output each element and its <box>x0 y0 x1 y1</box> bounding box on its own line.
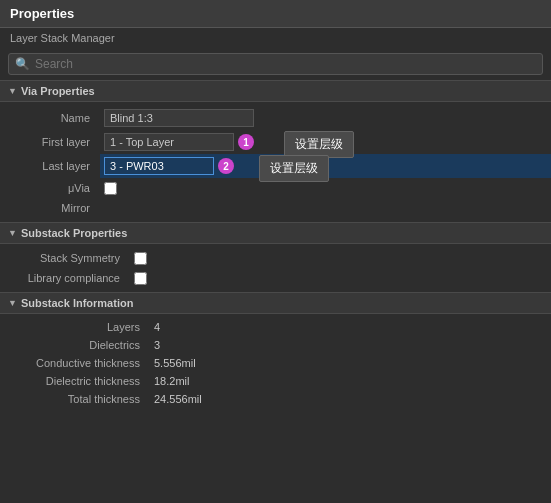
info-value-0: 4 <box>150 318 551 336</box>
via-properties-grid: Name First layer 1 设置层级 Last layer 2 设置层… <box>0 102 551 222</box>
substack-information-label: Substack Information <box>21 297 133 309</box>
via-properties-section-header: ▼ Via Properties <box>0 80 551 102</box>
search-input[interactable] <box>35 57 536 71</box>
mirror-value-cell <box>100 198 551 218</box>
first-layer-value-cell: 1 设置层级 <box>100 130 551 154</box>
uvia-label: μVia <box>0 178 100 198</box>
stack-symmetry-checkbox[interactable] <box>134 252 147 265</box>
first-layer-tooltip: 设置层级 <box>284 131 354 158</box>
via-properties-label: Via Properties <box>21 85 95 97</box>
last-layer-label: Last layer <box>0 154 100 178</box>
last-layer-wrapper: 2 设置层级 <box>104 157 234 175</box>
info-collapse-icon: ▼ <box>8 298 17 308</box>
search-icon: 🔍 <box>15 57 30 71</box>
panel-title: Properties <box>0 0 551 28</box>
first-layer-wrapper: 1 设置层级 <box>104 133 254 151</box>
substack-properties-label: Substack Properties <box>21 227 127 239</box>
substack-properties-grid: Stack Symmetry Library compliance <box>0 244 551 292</box>
name-input[interactable] <box>104 109 254 127</box>
info-value-1: 3 <box>150 336 551 354</box>
library-compliance-checkbox[interactable] <box>134 272 147 285</box>
panel-subtitle: Layer Stack Manager <box>0 28 551 48</box>
first-layer-input[interactable] <box>104 133 234 151</box>
info-label-2: Conductive thickness <box>0 354 150 372</box>
last-layer-tooltip: 设置层级 <box>259 155 329 182</box>
collapse-icon: ▼ <box>8 86 17 96</box>
library-compliance-value <box>130 268 551 288</box>
substack-info-grid: Layers4Dielectrics3Conductive thickness5… <box>0 314 551 412</box>
stack-symmetry-label: Stack Symmetry <box>0 248 130 268</box>
info-label-0: Layers <box>0 318 150 336</box>
info-value-2: 5.556mil <box>150 354 551 372</box>
name-label: Name <box>0 106 100 130</box>
info-label-1: Dielectrics <box>0 336 150 354</box>
info-value-4: 24.556mil <box>150 390 551 408</box>
mirror-label: Mirror <box>0 198 100 218</box>
info-label-3: Dielectric thickness <box>0 372 150 390</box>
last-layer-value-cell: 2 设置层级 <box>100 154 551 178</box>
name-value-cell <box>100 106 551 130</box>
first-layer-badge: 1 <box>238 134 254 150</box>
substack-information-section-header: ▼ Substack Information <box>0 292 551 314</box>
properties-panel: Properties Layer Stack Manager 🔍 ▼ Via P… <box>0 0 551 503</box>
info-label-4: Total thickness <box>0 390 150 408</box>
substack-properties-section-header: ▼ Substack Properties <box>0 222 551 244</box>
stack-symmetry-value <box>130 248 551 268</box>
uvia-checkbox[interactable] <box>104 182 117 195</box>
library-compliance-label: Library compliance <box>0 268 130 288</box>
last-layer-badge: 2 <box>218 158 234 174</box>
last-layer-input[interactable] <box>104 157 214 175</box>
info-value-3: 18.2mil <box>150 372 551 390</box>
first-layer-label: First layer <box>0 130 100 154</box>
substack-collapse-icon: ▼ <box>8 228 17 238</box>
search-bar[interactable]: 🔍 <box>8 53 543 75</box>
uvia-checkbox-wrapper <box>104 182 117 195</box>
